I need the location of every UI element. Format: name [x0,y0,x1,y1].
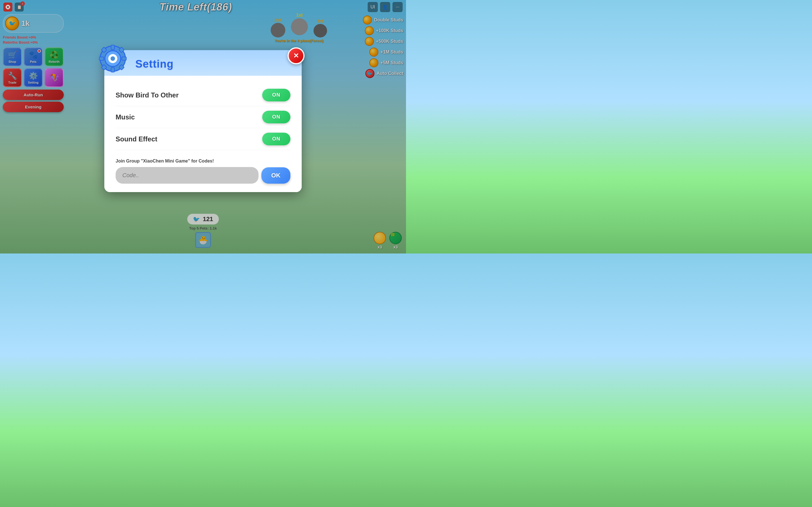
code-input[interactable] [116,167,259,184]
code-join-text: Join Group "XiaoChen Mini Game" for Code… [116,159,290,164]
modal-header: Setting [104,50,302,76]
code-input-row: OK [116,167,290,184]
settings-modal: Setting ✕ Show Bird To Other ON Music ON [104,50,302,192]
music-label: Music [116,113,135,121]
close-icon: ✕ [293,52,299,60]
svg-rect-7 [111,45,114,50]
code-section: Join Group "XiaoChen Mini Game" for Code… [116,156,290,184]
modal-overlay: Setting ✕ Show Bird To Other ON Music ON [0,0,406,253]
show-bird-label: Show Bird To Other [116,91,179,99]
code-ok-button[interactable]: OK [261,167,290,184]
show-bird-toggle[interactable]: ON [262,89,290,101]
svg-point-17 [110,56,115,61]
modal-title: Setting [135,58,174,70]
sound-effect-toggle[interactable]: ON [262,133,290,145]
svg-rect-8 [111,68,114,72]
svg-rect-10 [122,57,126,60]
show-bird-toggle-value: ON [272,92,281,98]
music-toggle[interactable]: ON [262,111,290,123]
setting-gear-icon [99,45,127,73]
music-setting-row: Music ON [116,106,290,128]
sound-effect-label: Sound Effect [116,135,157,143]
modal-close-button[interactable]: ✕ [288,47,305,64]
svg-rect-9 [99,57,104,60]
modal-body: Show Bird To Other ON Music ON Sound Eff… [104,76,302,192]
music-toggle-value: ON [272,114,281,120]
sound-effect-toggle-value: ON [272,136,281,142]
show-bird-setting-row: Show Bird To Other ON [116,84,290,106]
sound-effect-setting-row: Sound Effect ON [116,128,290,150]
